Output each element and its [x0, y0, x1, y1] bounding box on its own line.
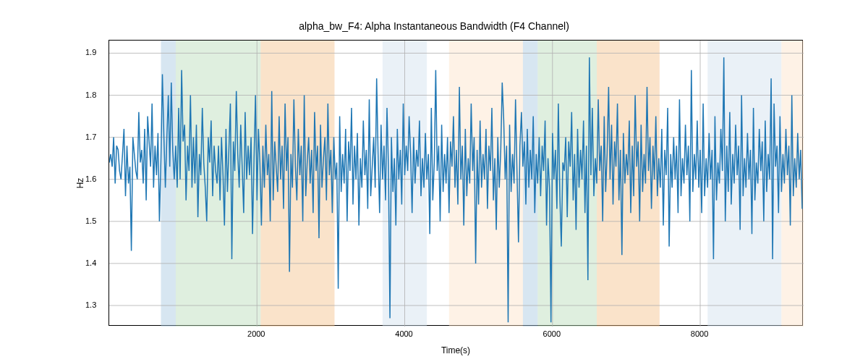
x-axis-label: Time(s)	[109, 345, 803, 355]
span-region	[537, 41, 597, 327]
y-tick-label: 1.3	[85, 300, 96, 309]
y-axis-label: Hz	[76, 40, 85, 326]
line-series-svg	[109, 41, 804, 327]
x-tick-label: 2000	[247, 329, 265, 338]
x-tick-label: 8000	[691, 329, 708, 338]
y-tick-label: 1.6	[85, 174, 96, 183]
x-tick-label: 4000	[395, 329, 412, 338]
y-tick-label: 1.4	[85, 258, 96, 267]
span-region	[707, 41, 781, 327]
y-tick-label: 1.8	[85, 90, 96, 99]
chart-plot-area: Time(s) Hz 2000400060008000 1.31.41.51.6…	[109, 40, 803, 326]
x-tick-label: 6000	[543, 329, 561, 338]
y-tick-label: 1.5	[85, 216, 96, 225]
y-tick-label: 1.9	[85, 48, 96, 56]
chart-title: alpha_bw_F4: Alpha Instantaneous Bandwid…	[0, 20, 868, 32]
plot-box	[109, 40, 803, 326]
y-tick-label: 1.7	[85, 132, 96, 141]
span-region	[176, 41, 260, 327]
